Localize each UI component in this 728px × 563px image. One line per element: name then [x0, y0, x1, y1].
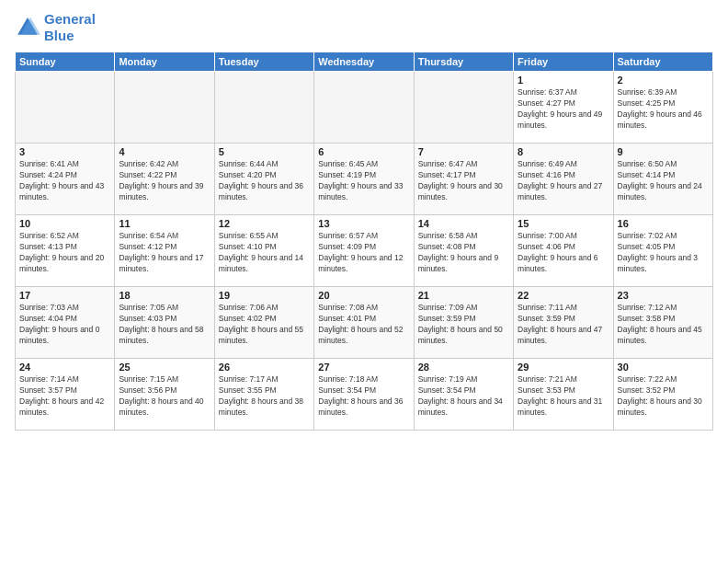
day-number: 17: [19, 290, 110, 301]
day-info: Sunrise: 6:37 AM Sunset: 4:27 PM Dayligh…: [518, 87, 609, 132]
day-info: Sunrise: 7:14 AM Sunset: 3:57 PM Dayligh…: [19, 374, 110, 419]
day-info: Sunrise: 6:41 AM Sunset: 4:24 PM Dayligh…: [19, 159, 110, 203]
calendar-cell: 20Sunrise: 7:08 AM Sunset: 4:01 PM Dayli…: [314, 287, 414, 359]
calendar-cell: 8Sunrise: 6:49 AM Sunset: 4:16 PM Daylig…: [514, 144, 613, 215]
calendar-cell: 21Sunrise: 7:09 AM Sunset: 3:59 PM Dayli…: [414, 287, 513, 359]
calendar-cell: 19Sunrise: 7:06 AM Sunset: 4:02 PM Dayli…: [214, 287, 313, 359]
calendar-week-row: 3Sunrise: 6:41 AM Sunset: 4:24 PM Daylig…: [16, 144, 713, 215]
day-info: Sunrise: 6:50 AM Sunset: 4:14 PM Dayligh…: [618, 159, 709, 203]
day-info: Sunrise: 6:45 AM Sunset: 4:19 PM Dayligh…: [318, 159, 409, 203]
calendar-cell: 6Sunrise: 6:45 AM Sunset: 4:19 PM Daylig…: [314, 144, 414, 215]
day-info: Sunrise: 7:08 AM Sunset: 4:01 PM Dayligh…: [318, 303, 409, 347]
calendar-cell: 2Sunrise: 6:39 AM Sunset: 4:25 PM Daylig…: [613, 72, 712, 144]
day-info: Sunrise: 6:54 AM Sunset: 4:12 PM Dayligh…: [119, 231, 210, 275]
day-number: 30: [618, 362, 709, 373]
day-info: Sunrise: 6:52 AM Sunset: 4:13 PM Dayligh…: [19, 231, 110, 275]
calendar-cell: 22Sunrise: 7:11 AM Sunset: 3:59 PM Dayli…: [514, 287, 613, 359]
day-number: 21: [418, 290, 509, 301]
calendar-cell: 15Sunrise: 7:00 AM Sunset: 4:06 PM Dayli…: [514, 215, 613, 287]
calendar-cell: 10Sunrise: 6:52 AM Sunset: 4:13 PM Dayli…: [16, 215, 115, 287]
day-number: 5: [219, 146, 310, 157]
calendar-week-row: 17Sunrise: 7:03 AM Sunset: 4:04 PM Dayli…: [16, 287, 713, 359]
day-number: 19: [219, 290, 310, 301]
calendar-cell: [115, 72, 214, 144]
day-number: 3: [19, 146, 110, 157]
day-info: Sunrise: 6:47 AM Sunset: 4:17 PM Dayligh…: [418, 159, 509, 203]
weekday-header: Friday: [514, 52, 613, 72]
weekday-header: Monday: [115, 52, 214, 72]
calendar-cell: 28Sunrise: 7:19 AM Sunset: 3:54 PM Dayli…: [414, 359, 513, 431]
day-info: Sunrise: 7:15 AM Sunset: 3:56 PM Dayligh…: [119, 374, 210, 419]
day-number: 26: [219, 362, 310, 373]
day-number: 28: [418, 362, 509, 373]
calendar-cell: 13Sunrise: 6:57 AM Sunset: 4:09 PM Dayli…: [314, 215, 414, 287]
calendar-cell: 11Sunrise: 6:54 AM Sunset: 4:12 PM Dayli…: [115, 215, 214, 287]
day-info: Sunrise: 6:58 AM Sunset: 4:08 PM Dayligh…: [418, 231, 509, 275]
calendar-cell: 30Sunrise: 7:22 AM Sunset: 3:52 PM Dayli…: [613, 359, 712, 431]
day-info: Sunrise: 7:19 AM Sunset: 3:54 PM Dayligh…: [418, 374, 509, 419]
calendar-cell: 12Sunrise: 6:55 AM Sunset: 4:10 PM Dayli…: [214, 215, 313, 287]
day-info: Sunrise: 6:42 AM Sunset: 4:22 PM Dayligh…: [119, 159, 210, 203]
logo-text: General Blue: [44, 11, 96, 44]
day-info: Sunrise: 7:00 AM Sunset: 4:06 PM Dayligh…: [518, 231, 609, 275]
calendar-week-row: 24Sunrise: 7:14 AM Sunset: 3:57 PM Dayli…: [16, 359, 713, 431]
day-info: Sunrise: 7:11 AM Sunset: 3:59 PM Dayligh…: [518, 303, 609, 347]
logo-icon: [15, 15, 40, 40]
logo: General Blue: [15, 11, 96, 44]
day-info: Sunrise: 6:39 AM Sunset: 4:25 PM Dayligh…: [618, 87, 709, 132]
calendar-cell: 26Sunrise: 7:17 AM Sunset: 3:55 PM Dayli…: [214, 359, 313, 431]
calendar-cell: [16, 72, 115, 144]
day-number: 13: [318, 218, 409, 229]
day-number: 7: [418, 146, 509, 157]
day-number: 15: [518, 218, 609, 229]
day-info: Sunrise: 6:49 AM Sunset: 4:16 PM Dayligh…: [518, 159, 609, 203]
day-number: 23: [618, 290, 709, 301]
calendar-cell: 17Sunrise: 7:03 AM Sunset: 4:04 PM Dayli…: [16, 287, 115, 359]
calendar-cell: 29Sunrise: 7:21 AM Sunset: 3:53 PM Dayli…: [514, 359, 613, 431]
calendar-cell: 27Sunrise: 7:18 AM Sunset: 3:54 PM Dayli…: [314, 359, 414, 431]
day-info: Sunrise: 7:03 AM Sunset: 4:04 PM Dayligh…: [19, 303, 110, 347]
day-number: 9: [618, 146, 709, 157]
calendar-cell: 4Sunrise: 6:42 AM Sunset: 4:22 PM Daylig…: [115, 144, 214, 215]
day-info: Sunrise: 7:21 AM Sunset: 3:53 PM Dayligh…: [518, 374, 609, 419]
day-info: Sunrise: 7:09 AM Sunset: 3:59 PM Dayligh…: [418, 303, 509, 347]
day-number: 29: [518, 362, 609, 373]
day-number: 2: [618, 75, 709, 86]
calendar-cell: 7Sunrise: 6:47 AM Sunset: 4:17 PM Daylig…: [414, 144, 513, 215]
day-info: Sunrise: 6:57 AM Sunset: 4:09 PM Dayligh…: [318, 231, 409, 275]
day-number: 1: [518, 75, 609, 86]
calendar-cell: 18Sunrise: 7:05 AM Sunset: 4:03 PM Dayli…: [115, 287, 214, 359]
day-number: 10: [19, 218, 110, 229]
day-info: Sunrise: 6:44 AM Sunset: 4:20 PM Dayligh…: [219, 159, 310, 203]
weekday-header: Sunday: [16, 52, 115, 72]
day-info: Sunrise: 7:02 AM Sunset: 4:05 PM Dayligh…: [618, 231, 709, 275]
calendar-cell: 5Sunrise: 6:44 AM Sunset: 4:20 PM Daylig…: [214, 144, 313, 215]
day-info: Sunrise: 7:05 AM Sunset: 4:03 PM Dayligh…: [119, 303, 210, 347]
day-number: 12: [219, 218, 310, 229]
calendar-cell: 25Sunrise: 7:15 AM Sunset: 3:56 PM Dayli…: [115, 359, 214, 431]
calendar-cell: 16Sunrise: 7:02 AM Sunset: 4:05 PM Dayli…: [613, 215, 712, 287]
calendar-week-row: 1Sunrise: 6:37 AM Sunset: 4:27 PM Daylig…: [16, 72, 713, 144]
calendar-cell: 9Sunrise: 6:50 AM Sunset: 4:14 PM Daylig…: [613, 144, 712, 215]
header: General Blue: [15, 11, 713, 44]
weekday-header: Tuesday: [214, 52, 313, 72]
day-number: 11: [119, 218, 210, 229]
day-number: 16: [618, 218, 709, 229]
day-info: Sunrise: 7:22 AM Sunset: 3:52 PM Dayligh…: [618, 374, 709, 419]
calendar-cell: [314, 72, 414, 144]
calendar-cell: [414, 72, 513, 144]
calendar-week-row: 10Sunrise: 6:52 AM Sunset: 4:13 PM Dayli…: [16, 215, 713, 287]
day-number: 4: [119, 146, 210, 157]
calendar-cell: 14Sunrise: 6:58 AM Sunset: 4:08 PM Dayli…: [414, 215, 513, 287]
page: General Blue SundayMondayTuesdayWednesda…: [0, 0, 728, 563]
day-number: 25: [119, 362, 210, 373]
calendar-cell: 24Sunrise: 7:14 AM Sunset: 3:57 PM Dayli…: [16, 359, 115, 431]
day-number: 22: [518, 290, 609, 301]
day-number: 27: [318, 362, 409, 373]
day-info: Sunrise: 7:18 AM Sunset: 3:54 PM Dayligh…: [318, 374, 409, 419]
weekday-header: Thursday: [414, 52, 513, 72]
day-number: 6: [318, 146, 409, 157]
day-info: Sunrise: 7:06 AM Sunset: 4:02 PM Dayligh…: [219, 303, 310, 347]
day-info: Sunrise: 6:55 AM Sunset: 4:10 PM Dayligh…: [219, 231, 310, 275]
day-info: Sunrise: 7:12 AM Sunset: 3:58 PM Dayligh…: [618, 303, 709, 347]
